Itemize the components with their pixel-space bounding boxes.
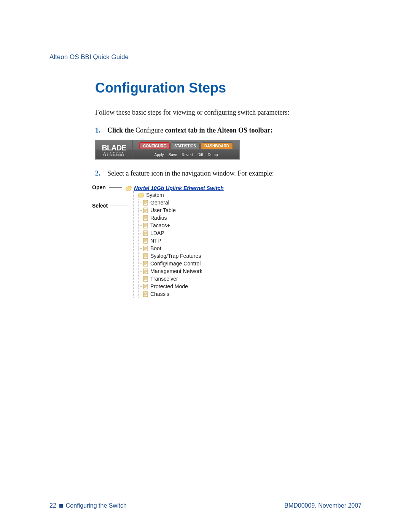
tree-item-label: Management Network [150,268,202,274]
page-icon [143,246,148,251]
footer-section: Configuring the Switch [66,502,127,509]
tree-system-children: GeneralUser TableRadiusTacacs+LDAPNTPBoo… [138,199,240,298]
tree-item-label: Tacacs+ [150,222,170,228]
step-1: 1. Click the Configure context tab in th… [95,126,362,134]
step-1-text-b: Configure [135,126,163,134]
save-button[interactable]: Save [169,153,177,157]
callout-line-open [109,187,122,188]
tree-item[interactable]: Syslog/Trap Features [139,252,240,260]
title-rule [95,100,362,100]
page-icon [143,223,148,228]
tree-item[interactable]: LDAP [139,229,240,237]
footer-left: 22 Configuring the Switch [49,502,127,509]
svg-rect-50 [143,276,148,281]
svg-rect-60 [143,292,148,297]
svg-rect-25 [143,238,148,243]
svg-rect-15 [143,223,148,228]
step-1-text-c: context tab in the Alteon OS toolbar: [163,126,273,134]
tree-root-label[interactable]: Nortel 10Gb Uplink Ethernet Switch [134,185,224,191]
tree-item[interactable]: Tacacs+ [139,222,240,229]
page-icon [143,230,148,236]
tab-statistics[interactable]: STATISTICS [170,142,200,149]
svg-rect-35 [143,254,148,259]
svg-rect-5 [143,208,148,213]
page-icon [143,268,148,274]
folder-open-icon [138,193,144,198]
dump-button[interactable]: Dump [208,153,218,157]
blade-logo-main: BLADE [102,144,126,152]
toolbar-buttons: Apply Save Revert Diff Dump [133,150,239,159]
header-guide-title: Alteon OS BBI Quick Guide [49,53,362,61]
page-title: Configuration Steps [95,80,362,96]
tree-item-label: Transceiver [150,276,178,282]
page-number: 22 [49,502,56,509]
page-icon [143,284,148,289]
tree-children: System GeneralUser TableRadiusTacacs+LDA… [133,191,240,298]
nav-tree-figure: Open Select Nortel 10Gb Uplink Ethernet … [95,183,240,300]
revert-button[interactable]: Revert [182,153,193,157]
folder-open-icon [126,186,132,191]
tree-item-label: Protected Mode [150,283,188,289]
page-icon [143,261,148,267]
callout-select: Select [92,203,108,209]
tree-item[interactable]: Config/Image Control [139,260,240,267]
tree-item[interactable]: Chassis [139,290,240,298]
svg-rect-30 [143,246,148,251]
tree-node-system[interactable]: System [134,191,240,199]
svg-rect-55 [143,284,148,289]
step-2-number: 2. [95,169,103,177]
step-1-text-a: Click the [107,126,135,134]
svg-rect-20 [143,231,148,236]
blade-logo-sub2: TECHNOLOGIES [103,154,125,156]
tree-item-label: LDAP [150,230,164,236]
tree-item[interactable]: User Table [139,206,240,214]
svg-rect-10 [143,216,148,220]
tree-item-label: NTP [150,238,161,244]
page-icon [143,238,148,244]
footer-square-icon [59,504,63,508]
step-2: 2. Select a feature icon in the navigati… [95,169,362,177]
tree-item-label: Config/Image Control [150,260,201,267]
tree-item[interactable]: Radius [139,214,240,222]
tree-node-system-label: System [146,192,164,198]
tree-item[interactable]: Protected Mode [139,283,240,290]
intro-text: Follow these basic steps for viewing or … [95,109,362,117]
tree-item-label: Boot [150,245,161,251]
tab-dashboard[interactable]: DASHBOARD [201,142,233,149]
toolbar-figure: BLADE N E T W O R K TECHNOLOGIES CONFIGU… [95,140,240,160]
svg-rect-40 [143,261,148,266]
page-footer: 22 Configuring the Switch BMD00009, Nove… [49,502,362,509]
page-icon [143,291,148,297]
tree-item-label: Syslog/Trap Features [150,253,201,259]
tree-item[interactable]: NTP [139,237,240,244]
tree-item-label: Chassis [150,291,169,297]
page-icon [143,215,148,221]
step-1-number: 1. [95,126,103,134]
svg-rect-0 [143,200,148,205]
tree-item-label: General [150,200,169,206]
tree-item[interactable]: Management Network [139,267,240,275]
tree-item-label: User Table [150,207,176,213]
tree-item[interactable]: Boot [139,244,240,252]
tree-item[interactable]: Transceiver [139,275,240,283]
step-1-text: Click the Configure context tab in the A… [107,126,272,134]
tree-item[interactable]: General [139,199,240,206]
apply-button[interactable]: Apply [155,153,164,157]
footer-docid: BMD00009, November 2007 [284,502,362,509]
diff-button[interactable]: Diff [198,153,203,157]
toolbar-right: CONFIGURE STATISTICS DASHBOARD Apply Sav… [133,140,239,159]
page-icon [143,276,148,282]
toolbar-tabs: CONFIGURE STATISTICS DASHBOARD [133,140,239,150]
callout-line-select [110,206,128,206]
step-2-text: Select a feature icon in the navigation … [107,169,274,177]
blade-logo: BLADE N E T W O R K TECHNOLOGIES [96,140,133,159]
tree-item-label: Radius [150,215,167,221]
page-icon [143,200,148,206]
callout-open: Open [92,184,106,190]
page-icon [143,253,148,259]
tree-root[interactable]: Nortel 10Gb Uplink Ethernet Switch [126,185,240,191]
tab-configure[interactable]: CONFIGURE [139,142,170,149]
page-icon [143,208,148,213]
svg-rect-45 [143,269,148,274]
